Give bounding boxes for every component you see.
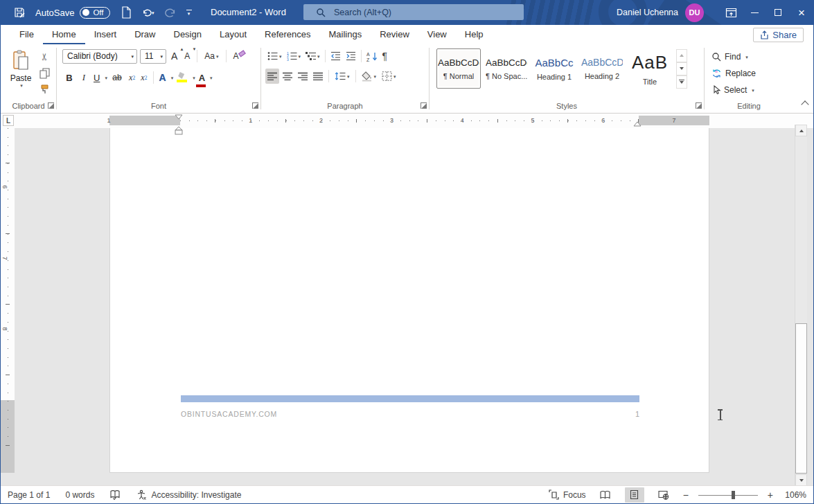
replace-button[interactable]: bc Replace [711,65,793,82]
style-heading1[interactable]: AaBbCc Heading 1 [532,48,576,89]
tab-view[interactable]: View [418,25,456,44]
proofing-errors-button[interactable] [109,489,121,500]
scrollbar-thumb[interactable] [795,323,807,474]
numbering-button[interactable]: 123 ▾ [285,48,303,64]
page-indicator[interactable]: Page 1 of 1 [8,490,50,500]
search-input[interactable]: Search (Alt+Q) [303,4,524,20]
clipboard-dialog-launcher[interactable] [48,102,54,109]
increase-indent-button[interactable] [344,48,358,64]
undo-button[interactable]: ▾ [142,6,154,19]
superscript-button[interactable]: x2 [139,70,149,85]
tab-file[interactable]: File [10,25,43,44]
right-indent-marker[interactable] [633,121,642,127]
print-layout-button[interactable] [625,487,644,503]
decrease-indent-button[interactable] [328,48,343,64]
tab-review[interactable]: Review [371,25,418,44]
justify-button[interactable] [311,69,325,84]
scroll-up-button[interactable] [795,125,807,136]
copy-button[interactable] [37,66,52,80]
style-no-spacing[interactable]: AaBbCcDc ¶ No Spac... [484,48,529,89]
underline-chevron-icon[interactable]: ▾ [105,75,107,80]
zoom-in-button[interactable]: + [768,489,773,501]
sort-button[interactable]: A Z [364,48,380,64]
styles-dialog-launcher[interactable] [696,102,702,109]
scroll-down-button[interactable] [795,474,807,486]
customize-quick-access-toolbar-icon[interactable]: ▾ [186,10,192,16]
tab-design[interactable]: Design [165,25,211,44]
text-effects-button[interactable]: A [157,70,168,85]
style-title[interactable]: AaB Title [628,48,672,89]
font-color-button[interactable]: A [197,70,207,85]
borders-button[interactable]: ▾ [380,69,398,84]
clear-formatting-button[interactable]: A [231,48,247,64]
focus-button[interactable]: Focus [549,489,586,500]
zoom-slider[interactable] [698,490,758,500]
highlight-color-button[interactable] [175,70,190,85]
word-count[interactable]: 0 words [65,490,94,500]
subscript-button[interactable]: x2 [127,70,137,85]
zoom-percentage[interactable]: 106% [783,490,806,500]
style-normal[interactable]: AaBbCcDc ¶ Normal [436,48,481,89]
line-spacing-button[interactable]: ▾ [333,69,352,84]
shading-button[interactable]: ▾ [360,69,379,84]
shrink-font-button[interactable]: A▼ [182,48,192,64]
document-page[interactable]: OBINTUSACADEMY.COM 1 [109,128,709,473]
vertical-scrollbar[interactable] [795,125,807,486]
avatar[interactable]: DU [685,3,704,22]
select-button[interactable]: Select▾ [711,82,793,98]
font-color-chevron-icon[interactable]: ▾ [210,75,213,80]
left-indent-marker[interactable] [175,127,183,135]
zoom-slider-thumb[interactable] [732,491,735,499]
align-left-button[interactable] [265,69,279,84]
read-mode-button[interactable] [596,487,615,503]
styles-gallery-more-button[interactable] [676,75,687,89]
web-layout-button[interactable] [654,487,673,503]
bullets-button[interactable]: ▾ [265,48,284,64]
close-button[interactable]: × [790,0,813,25]
autosave-toggle[interactable]: Off [80,7,109,19]
strikethrough-button[interactable]: ab [109,70,125,85]
align-right-button[interactable] [296,69,310,84]
font-family-combobox[interactable]: Calibri (Body)▾ [62,49,137,64]
find-button[interactable]: Find▾ [711,48,793,65]
share-button[interactable]: Share [753,28,804,42]
tab-help[interactable]: Help [456,25,493,44]
highlight-chevron-icon[interactable]: ▾ [193,75,195,80]
maximize-button[interactable] [766,0,790,25]
ribbon-display-options-button[interactable] [719,0,743,25]
minimize-button[interactable] [743,0,766,25]
format-painter-button[interactable] [37,83,52,97]
show-hide-pilcrow-button[interactable]: ¶ [380,48,390,64]
tab-draw[interactable]: Draw [125,25,164,44]
tab-layout[interactable]: Layout [211,25,256,44]
paragraph-dialog-launcher[interactable] [421,102,427,109]
undo-chevron-icon[interactable]: ▾ [152,10,154,15]
font-dialog-launcher[interactable] [252,102,258,109]
text-effects-chevron-icon[interactable]: ▾ [171,75,174,80]
italic-button[interactable]: I [78,70,90,85]
style-heading2[interactable]: AaBbCcD Heading 2 [580,48,624,89]
align-center-button[interactable] [281,69,294,84]
paste-chevron-icon[interactable]: ▾ [20,83,23,88]
styles-scroll-down-button[interactable] [676,62,687,75]
underline-button[interactable]: U [91,70,102,85]
change-case-button[interactable]: Aa▾ [202,48,220,64]
zoom-out-button[interactable]: − [683,489,689,501]
bold-button[interactable]: B [62,70,76,85]
accessibility-checker[interactable]: Accessibility: Investigate [136,489,241,501]
tab-references[interactable]: References [256,25,319,44]
tab-insert[interactable]: Insert [85,25,126,44]
grow-font-button[interactable]: A▲ [169,48,179,64]
multilevel-list-button[interactable]: ▾ [303,48,322,64]
tab-stop-selector[interactable]: L [3,115,14,126]
collapse-ribbon-icon[interactable] [801,100,808,108]
paste-button[interactable]: Paste ▾ [8,50,34,96]
first-line-indent-marker[interactable] [175,114,183,120]
save-icon[interactable] [13,6,26,19]
tab-mailings[interactable]: Mailings [320,25,371,44]
tab-home[interactable]: Home [43,25,85,44]
user-name[interactable]: Daniel Uchenna [617,8,678,17]
cut-button[interactable]: ✂ [37,50,52,64]
font-size-combobox[interactable]: 11▾ [140,49,166,64]
new-document-icon[interactable] [120,6,132,19]
